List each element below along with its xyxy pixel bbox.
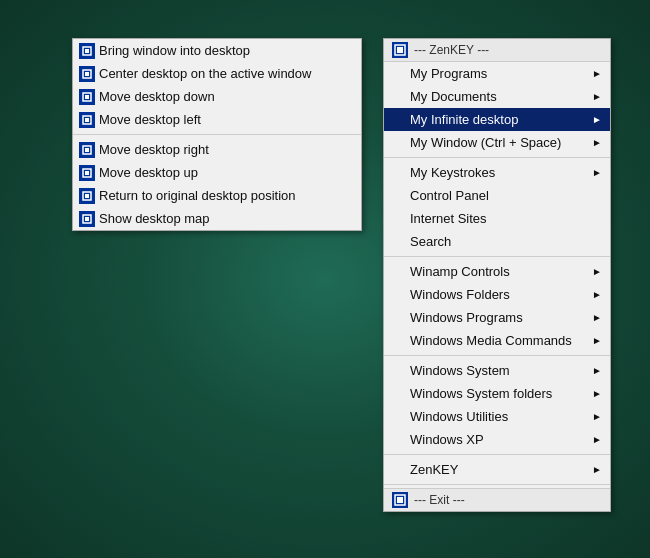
move-down-icon <box>79 89 95 105</box>
windows-media-commands-label: Windows Media Commands <box>410 333 572 348</box>
exit-icon <box>392 492 408 508</box>
separator-4 <box>384 454 610 455</box>
move-right-icon <box>79 142 95 158</box>
submenu-item-bring-window[interactable]: Bring window into desktop <box>73 39 361 62</box>
my-programs-arrow: ► <box>592 68 602 79</box>
menu-item-windows-system-folders[interactable]: Windows System folders ► <box>384 382 610 405</box>
zenkey-menu-header: --- ZenKEY --- <box>384 39 610 62</box>
submenu-item-show-map[interactable]: Show desktop map <box>73 207 361 230</box>
submenu-item-move-left[interactable]: Move desktop left <box>73 108 361 131</box>
svg-rect-17 <box>397 47 403 53</box>
menu-item-winamp-controls[interactable]: Winamp Controls ► <box>384 260 610 283</box>
infinite-desktop-submenu: Bring window into desktop Center desktop… <box>72 38 362 231</box>
my-window-arrow: ► <box>592 137 602 148</box>
move-left-icon <box>79 112 95 128</box>
windows-programs-arrow: ► <box>592 312 602 323</box>
svg-rect-9 <box>85 148 89 152</box>
submenu-item-return-original[interactable]: Return to original desktop position <box>73 184 361 207</box>
return-original-icon <box>79 188 95 204</box>
control-panel-label: Control Panel <box>410 188 489 203</box>
svg-rect-7 <box>85 118 89 122</box>
my-keystrokes-label: My Keystrokes <box>410 165 495 180</box>
show-map-icon <box>79 211 95 227</box>
svg-rect-19 <box>397 497 403 503</box>
my-documents-arrow: ► <box>592 91 602 102</box>
menu-item-my-keystrokes[interactable]: My Keystrokes ► <box>384 161 610 184</box>
windows-system-folders-arrow: ► <box>592 388 602 399</box>
my-infinite-desktop-arrow: ► <box>592 114 602 125</box>
windows-utilities-label: Windows Utilities <box>410 409 508 424</box>
menu-item-windows-utilities[interactable]: Windows Utilities ► <box>384 405 610 428</box>
exit-label: --- Exit --- <box>414 493 465 507</box>
windows-utilities-arrow: ► <box>592 411 602 422</box>
zenkey-footer[interactable]: --- Exit --- <box>384 488 610 511</box>
svg-rect-15 <box>85 217 89 221</box>
menu-item-internet-sites[interactable]: Internet Sites <box>384 207 610 230</box>
windows-media-commands-arrow: ► <box>592 335 602 346</box>
windows-folders-arrow: ► <box>592 289 602 300</box>
menu-item-windows-programs[interactable]: Windows Programs ► <box>384 306 610 329</box>
submenu-item-move-down[interactable]: Move desktop down <box>73 85 361 108</box>
zenkey-label: ZenKEY <box>410 462 458 477</box>
separator-2 <box>384 256 610 257</box>
zenkey-header-label: --- ZenKEY --- <box>414 43 489 57</box>
separator-5 <box>384 484 610 485</box>
internet-sites-label: Internet Sites <box>410 211 487 226</box>
bring-window-icon <box>79 43 95 59</box>
windows-xp-label: Windows XP <box>410 432 484 447</box>
zenkey-menu: --- ZenKEY --- My Programs ► My Document… <box>383 38 611 512</box>
winamp-controls-label: Winamp Controls <box>410 264 510 279</box>
svg-rect-5 <box>85 95 89 99</box>
center-desktop-icon <box>79 66 95 82</box>
separator-1 <box>384 157 610 158</box>
my-documents-label: My Documents <box>410 89 497 104</box>
svg-rect-13 <box>85 194 89 198</box>
desktop: Bring window into desktop Center desktop… <box>0 0 650 558</box>
menu-item-my-programs[interactable]: My Programs ► <box>384 62 610 85</box>
menu-item-my-infinite-desktop[interactable]: My Infinite desktop ► <box>384 108 610 131</box>
zenkey-header-icon <box>392 42 408 58</box>
submenu-separator-1 <box>73 134 361 135</box>
menu-item-my-window[interactable]: My Window (Ctrl + Space) ► <box>384 131 610 154</box>
search-label: Search <box>410 234 451 249</box>
submenu-item-center-desktop[interactable]: Center desktop on the active window <box>73 62 361 85</box>
windows-folders-label: Windows Folders <box>410 287 510 302</box>
menu-item-windows-media-commands[interactable]: Windows Media Commands ► <box>384 329 610 352</box>
my-infinite-desktop-label: My Infinite desktop <box>410 112 518 127</box>
menu-item-my-documents[interactable]: My Documents ► <box>384 85 610 108</box>
windows-programs-label: Windows Programs <box>410 310 523 325</box>
menu-item-windows-system[interactable]: Windows System ► <box>384 359 610 382</box>
my-programs-label: My Programs <box>410 66 487 81</box>
menu-item-control-panel[interactable]: Control Panel <box>384 184 610 207</box>
menu-item-windows-xp[interactable]: Windows XP ► <box>384 428 610 451</box>
submenu-item-move-up[interactable]: Move desktop up <box>73 161 361 184</box>
svg-rect-1 <box>85 49 89 53</box>
menu-item-windows-folders[interactable]: Windows Folders ► <box>384 283 610 306</box>
submenu-item-move-right[interactable]: Move desktop right <box>73 138 361 161</box>
windows-xp-arrow: ► <box>592 434 602 445</box>
zenkey-arrow: ► <box>592 464 602 475</box>
winamp-controls-arrow: ► <box>592 266 602 277</box>
menu-item-search[interactable]: Search <box>384 230 610 253</box>
windows-system-label: Windows System <box>410 363 510 378</box>
my-keystrokes-arrow: ► <box>592 167 602 178</box>
my-window-label: My Window (Ctrl + Space) <box>410 135 561 150</box>
move-up-icon <box>79 165 95 181</box>
separator-3 <box>384 355 610 356</box>
windows-system-arrow: ► <box>592 365 602 376</box>
windows-system-folders-label: Windows System folders <box>410 386 552 401</box>
menu-item-zenkey[interactable]: ZenKEY ► <box>384 458 610 481</box>
svg-rect-3 <box>85 72 89 76</box>
svg-rect-11 <box>85 171 89 175</box>
